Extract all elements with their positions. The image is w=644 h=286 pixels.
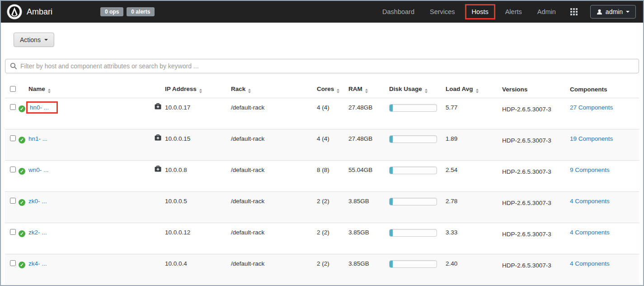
cell-load-avg: 3.33 <box>446 223 502 254</box>
cell-ram: 27.48GB <box>348 98 389 129</box>
sort-icon[interactable] <box>248 89 251 93</box>
cell-cores: 2 (2) <box>317 192 348 223</box>
cell-load-avg: 5.77 <box>446 98 502 129</box>
row-checkbox[interactable] <box>10 260 16 266</box>
cell-components: 19 Components <box>570 129 639 161</box>
cell-rack: /default-rack <box>231 98 317 129</box>
host-row: ✓zk0- ...10.0.0.5/default-rack2 (2)3.85G… <box>5 192 639 223</box>
column-header-ip[interactable]: IP Address <box>154 81 231 98</box>
sort-icon[interactable] <box>425 89 428 93</box>
disk-usage-bar <box>389 135 437 143</box>
host-name-link[interactable]: hn0- ... <box>30 104 49 111</box>
components-link[interactable]: 27 Components <box>570 104 613 111</box>
cell-ip-address: 10.0.0.4 <box>154 254 231 286</box>
column-header-versions: Versions <box>502 81 570 98</box>
column-label: IP Address <box>165 86 197 92</box>
components-link[interactable]: 9 Components <box>570 167 610 173</box>
cell-rack: /default-rack <box>231 161 317 192</box>
cell-disk-usage <box>389 192 446 223</box>
disk-usage-fill <box>390 261 393 267</box>
sort-icon[interactable] <box>48 89 51 93</box>
cell-rack: /default-rack <box>231 254 317 286</box>
column-label: Rack <box>231 86 245 92</box>
filter-bar <box>5 59 639 73</box>
nav-item-hosts[interactable]: Hosts <box>465 4 495 19</box>
column-label: RAM <box>348 86 362 92</box>
host-name-link[interactable]: zk2- ... <box>28 229 47 236</box>
cell-versions: HDP-2.6.5.3007-3 <box>502 223 570 254</box>
components-link[interactable]: 4 Components <box>570 260 610 267</box>
row-checkbox[interactable] <box>10 167 16 172</box>
disk-usage-bar <box>389 229 437 237</box>
ops-count-badge[interactable]: 0 ops <box>100 7 123 16</box>
nav-item-admin[interactable]: Admin <box>532 4 561 19</box>
nav-item-dashboard[interactable]: Dashboard <box>377 4 420 19</box>
disk-usage-fill <box>390 229 393 236</box>
load-avg-value: 2.78 <box>446 198 457 205</box>
components-link[interactable]: 19 Components <box>570 135 613 142</box>
host-name-link[interactable]: wn0- ... <box>28 167 48 173</box>
column-header-disk[interactable]: Disk Usage <box>389 81 446 98</box>
host-healthy-status-icon: ✓ <box>19 168 25 175</box>
column-label: Load Avg <box>446 86 473 92</box>
brand-title: Ambari <box>27 7 52 17</box>
select-all-checkbox[interactable] <box>10 86 16 92</box>
maintenance-medkit-icon <box>155 134 161 142</box>
row-checkbox[interactable] <box>10 198 16 204</box>
views-grid-icon[interactable] <box>570 8 578 15</box>
sort-icon[interactable] <box>476 89 479 93</box>
components-link[interactable]: 4 Components <box>570 198 610 205</box>
ip-address-value: 10.0.0.8 <box>165 167 187 173</box>
cell-select <box>5 192 19 223</box>
cell-disk-usage <box>389 98 446 129</box>
nav-item-alerts[interactable]: Alerts <box>500 4 527 19</box>
ram-value: 27.48GB <box>348 104 372 111</box>
host-row: ✓zk4- ...10.0.0.4/default-rack2 (2)3.85G… <box>5 254 639 286</box>
cell-disk-usage <box>389 129 446 161</box>
sort-icon[interactable] <box>199 89 202 93</box>
row-checkbox[interactable] <box>10 135 16 141</box>
maintenance-medkit-icon <box>155 103 161 111</box>
nav-item-services[interactable]: Services <box>424 4 461 19</box>
host-name-link[interactable]: hn1- ... <box>28 135 47 142</box>
cell-ram: 27.48GB <box>348 129 389 161</box>
rack-value: /default-rack <box>231 104 264 111</box>
hosts-table-body: ✓hn0- ...10.0.0.17/default-rack4 (4)27.4… <box>5 98 639 286</box>
cell-versions: HDP-2.6.5.3007-3 <box>502 129 570 161</box>
disk-usage-bar <box>389 198 437 205</box>
host-healthy-status-icon: ✓ <box>19 262 25 268</box>
disk-usage-bar <box>389 167 437 174</box>
column-header-name[interactable]: Name <box>19 81 154 98</box>
column-header-select-all <box>5 81 19 98</box>
alerts-count-badge[interactable]: 0 alerts <box>127 7 155 16</box>
host-name-link[interactable]: zk0- ... <box>28 198 47 205</box>
cell-host-name: ✓hn0- ... <box>19 98 154 129</box>
host-row: ✓hn1- ...10.0.0.15/default-rack4 (4)27.4… <box>5 129 639 161</box>
host-row: ✓hn0- ...10.0.0.17/default-rack4 (4)27.4… <box>5 98 639 129</box>
column-header-ram[interactable]: RAM <box>348 81 389 98</box>
disk-usage-fill <box>390 167 393 174</box>
load-avg-value: 2.54 <box>446 167 457 173</box>
cores-value: 8 (8) <box>317 167 329 173</box>
user-menu-button[interactable]: admin <box>590 5 636 19</box>
column-label: Versions <box>502 86 527 93</box>
host-healthy-status-icon: ✓ <box>19 199 25 206</box>
search-icon <box>10 62 17 70</box>
filter-search-input[interactable] <box>5 59 639 73</box>
sort-icon[interactable] <box>337 89 339 93</box>
host-name-link[interactable]: zk4- ... <box>28 260 47 267</box>
cell-host-name: ✓hn1- ... <box>19 129 154 161</box>
cell-ram: 3.85GB <box>348 223 389 254</box>
column-header-rack[interactable]: Rack <box>231 81 317 98</box>
actions-button[interactable]: Actions <box>14 33 54 47</box>
column-header-load[interactable]: Load Avg <box>446 81 502 98</box>
row-checkbox[interactable] <box>10 229 16 235</box>
cell-ip-address: 10.0.0.8 <box>154 161 231 192</box>
user-menu-label: admin <box>606 8 623 15</box>
disk-usage-fill <box>390 198 393 205</box>
sort-icon[interactable] <box>365 89 368 93</box>
components-link[interactable]: 4 Components <box>570 229 610 236</box>
host-row: ✓wn0- ...10.0.0.8/default-rack8 (8)55.04… <box>5 161 639 192</box>
column-header-cores[interactable]: Cores <box>317 81 348 98</box>
row-checkbox[interactable] <box>10 104 16 110</box>
